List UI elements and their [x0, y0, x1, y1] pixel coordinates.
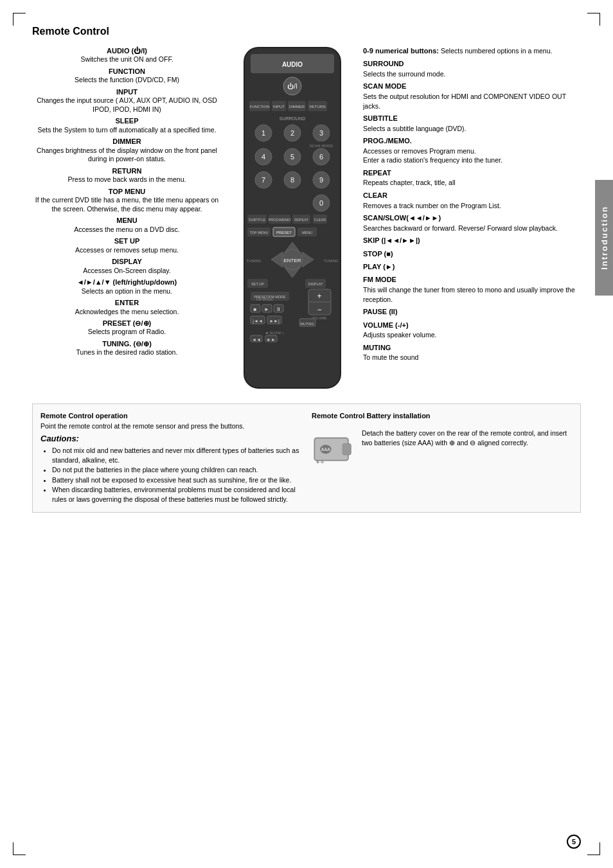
battery-title: Remote Control Battery installation	[312, 412, 573, 420]
control-desc: Sets the System to turn off automaticall…	[32, 126, 222, 135]
right-control-item: 0-9 numerical buttons: Selects numbered …	[363, 46, 581, 56]
control-name: PLAY (►)	[363, 263, 395, 270]
right-control-item: MUTINGTo mute the sound	[363, 343, 581, 362]
caution-item: Do not mix old and new batteries and nev…	[52, 446, 301, 465]
center-column: AUDIO ⏻/I FUNCTION INPUT DIMMER RETURN S…	[228, 46, 357, 393]
svg-text:TUNING: TUNING	[247, 259, 262, 263]
section-tab: Introduction	[595, 180, 613, 296]
svg-text:⏸: ⏸	[276, 306, 281, 312]
operation-title: Remote Control operation	[40, 412, 301, 420]
svg-text:4: 4	[262, 153, 265, 161]
control-name: FM MODE	[363, 276, 396, 283]
svg-text:DIMMER: DIMMER	[289, 105, 305, 109]
left-control-item: INPUTChanges the input source ( AUX, AUX…	[32, 87, 222, 114]
left-control-item: DIMMERChanges brightness of the display …	[32, 137, 222, 164]
svg-text:FUNCTION: FUNCTION	[250, 105, 270, 109]
right-control-item: SUBTITLESelects a subtitle language (DVD…	[363, 114, 581, 133]
svg-rect-88	[342, 443, 351, 455]
left-control-item: RETURNPress to move back wards in the me…	[32, 166, 222, 184]
bottom-section: Remote Control operation Point the remot…	[32, 403, 581, 513]
control-name: FUNCTION	[109, 67, 145, 75]
svg-text:AUDIO: AUDIO	[282, 61, 303, 68]
left-control-item: TOP MENUIf the current DVD title has a m…	[32, 187, 222, 214]
svg-text:CLEAR: CLEAR	[314, 218, 326, 222]
right-control-item: PROG./MEMO.Accesses or removes Program m…	[363, 136, 581, 165]
control-desc: Changes brightness of the display window…	[32, 146, 222, 164]
right-control-item: STOP (■)	[363, 249, 581, 259]
svg-text:AAA: AAA	[321, 447, 330, 452]
right-control-item: REPEATRepeats chapter, track, title, all	[363, 168, 581, 188]
left-control-item: FUNCTIONSelects the function (DVD/CD, FM…	[32, 67, 222, 85]
left-control-item: PRESET (⊖/⊕)Selects program of Radio.	[32, 319, 222, 337]
svg-text:0: 0	[319, 199, 323, 207]
control-name: STOP (■)	[363, 250, 393, 258]
svg-text:◄ SLOW +: ◄ SLOW +	[265, 331, 285, 335]
left-control-item: ◄/►/▲/▼ (left/right/up/down)Selects an o…	[32, 278, 222, 296]
control-desc: Removes a track number on the Program Li…	[363, 201, 581, 211]
control-desc: Repeats chapter, track, title, all	[363, 178, 581, 188]
control-desc: Changes the input source ( AUX, AUX OPT,…	[32, 96, 222, 114]
right-control-item: PLAY (►)	[363, 262, 581, 272]
control-desc: Accesses or removes Program menu.Enter a…	[363, 146, 581, 165]
operation-text: Point the remote control at the remote s…	[40, 422, 301, 430]
svg-text:INPUT: INPUT	[273, 105, 285, 109]
svg-text:RETURN: RETURN	[310, 105, 326, 109]
control-desc: Selects the surround mode.	[363, 69, 581, 79]
corner-mark-br	[587, 842, 600, 855]
corner-mark-tr	[587, 13, 600, 26]
svg-text:FM MODE: FM MODE	[256, 297, 273, 301]
battery-image: AAA ⊕ ⊖	[312, 429, 357, 467]
caution-list: Do not mix old and new batteries and nev…	[40, 446, 301, 504]
control-name: TUNING. (⊖/⊕)	[102, 340, 152, 348]
left-control-item: DISPLAYAccesses On-Screen display.	[32, 257, 222, 275]
right-control-item: FM MODEThis will change the tuner from s…	[363, 275, 581, 304]
right-control-item: VOLUME (-/+)Adjusts speaker volume.	[363, 321, 581, 340]
control-desc: Accesses On-Screen display.	[32, 267, 222, 276]
control-name: AUDIO (⏻/I)	[107, 47, 147, 55]
control-desc: Selects the function (DVD/CD, FM)	[32, 76, 222, 85]
control-name: DISPLAY	[112, 258, 142, 265]
svg-text:⊕     ⊖: ⊕ ⊖	[316, 459, 324, 464]
control-name: PRESET (⊖/⊕)	[103, 319, 151, 327]
svg-text:1: 1	[262, 129, 265, 137]
left-control-item: TUNING. (⊖/⊕)Tunes in the desired radio …	[32, 339, 222, 357]
control-desc: Selects program of Radio.	[32, 328, 222, 337]
svg-text:TOP MENU: TOP MENU	[250, 231, 269, 235]
battery-section: Remote Control Battery installation AAA …	[312, 412, 573, 504]
control-desc: Selects numbered options in a menu.	[441, 47, 552, 55]
right-control-item: PAUSE (II)	[363, 307, 581, 317]
svg-text:5: 5	[290, 153, 294, 161]
control-name: VOLUME (-/+)	[363, 321, 409, 329]
right-control-item: SCAN MODESets the output resolution for …	[363, 82, 581, 111]
control-desc: Switches the unit ON and OFF.	[32, 55, 222, 64]
svg-text:ENTER: ENTER	[283, 258, 301, 263]
control-name: 0-9 numerical buttons:	[363, 47, 439, 55]
control-desc: Selects a subtitle language (DVD).	[363, 124, 581, 134]
svg-text:►►: ►►	[267, 337, 276, 342]
right-control-item: SURROUNDSelects the surround mode.	[363, 59, 581, 78]
right-control-item: SCAN/SLOW(◄◄/►►)Searches backward or for…	[363, 213, 581, 233]
control-name: CLEAR	[363, 191, 387, 199]
svg-text:8: 8	[290, 176, 294, 184]
svg-text:|◄◄: |◄◄	[253, 319, 263, 324]
right-column: 0-9 numerical buttons: Selects numbered …	[363, 46, 581, 393]
svg-text:MENU: MENU	[302, 231, 312, 235]
corner-mark-bl	[13, 842, 26, 855]
left-column: AUDIO (⏻/I)Switches the unit ON and OFF.…	[32, 46, 222, 393]
main-content: AUDIO (⏻/I)Switches the unit ON and OFF.…	[32, 46, 581, 393]
svg-text:■: ■	[254, 306, 257, 312]
svg-text:SURROUND: SURROUND	[280, 116, 305, 121]
control-name: SCAN/SLOW(◄◄/►►)	[363, 214, 441, 222]
page-number: 5	[567, 835, 581, 849]
svg-text:3: 3	[319, 129, 323, 137]
control-name: SET UP	[114, 237, 140, 245]
svg-text:MUTING: MUTING	[300, 322, 314, 326]
svg-text:SET UP: SET UP	[251, 282, 264, 286]
section-tab-label: Introduction	[600, 206, 609, 270]
control-name: ENTER	[115, 299, 139, 306]
svg-text:+: +	[317, 292, 321, 301]
control-desc: Sets the output resolution for HDMI and …	[363, 92, 581, 111]
control-name: SURROUND	[363, 60, 404, 67]
corner-mark-tl	[13, 13, 26, 26]
control-desc: Press to move back wards in the menu.	[32, 175, 222, 184]
